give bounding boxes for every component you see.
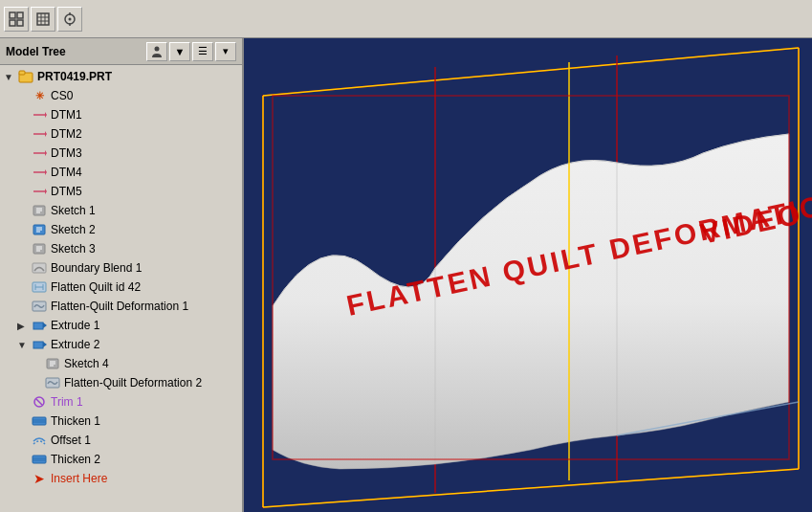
model-tree-header: Model Tree ▼ ☰ ▾ — [0, 38, 242, 65]
svg-point-10 — [69, 17, 72, 20]
svg-rect-2 — [10, 20, 15, 26]
tree-item-extrude2[interactable]: ▼ Extrude 2 — [0, 335, 242, 354]
svg-point-13 — [155, 46, 160, 51]
svg-rect-4 — [37, 13, 49, 25]
tree-item-dtm1[interactable]: DTM1 — [0, 105, 242, 124]
tree-item-dtm4[interactable]: DTM4 — [0, 163, 242, 182]
tree-content: ▼ PRT0419.PRT ✳ CS0 — [0, 65, 242, 512]
svg-rect-0 — [10, 12, 15, 18]
tree-item-sketch4[interactable]: Sketch 4 — [0, 354, 242, 373]
svg-rect-58 — [33, 457, 46, 461]
tree-item-flatten-quilt-def2[interactable]: Flatten-Quilt Deformation 2 — [0, 373, 242, 392]
header-icon-menu[interactable]: ☰ — [192, 42, 213, 61]
svg-rect-15 — [19, 71, 25, 75]
tree-item-insert-here[interactable]: ➤ Insert Here — [0, 469, 242, 488]
header-icon-person[interactable] — [146, 42, 167, 61]
tree-item-boundary-blend1[interactable]: Boundary Blend 1 — [0, 258, 242, 278]
svg-rect-56 — [33, 419, 46, 423]
main-area: Model Tree ▼ ☰ ▾ ▼ — [0, 38, 812, 512]
tree-item-flatten-quilt-def1[interactable]: Flatten-Quilt Deformation 1 — [0, 297, 242, 316]
tree-item-trim1[interactable]: Trim 1 — [0, 392, 242, 412]
svg-marker-17 — [45, 112, 47, 118]
header-icons: ▼ ☰ ▾ — [146, 42, 236, 61]
tree-item-flatten-quilt42[interactable]: Flatten Quilt id 42 — [0, 278, 242, 297]
tree-item-dtm5[interactable]: DTM5 — [0, 182, 242, 201]
svg-marker-23 — [45, 169, 47, 175]
svg-rect-46 — [33, 342, 43, 348]
svg-marker-45 — [43, 323, 47, 328]
tree-item-sketch2[interactable]: Sketch 2 — [0, 220, 242, 239]
toolbar — [0, 0, 812, 38]
tree-item-offset1[interactable]: Offset 1 — [0, 431, 242, 450]
tree-item-dtm3[interactable]: DTM3 — [0, 144, 242, 163]
svg-line-54 — [36, 399, 42, 405]
left-panel: Model Tree ▼ ☰ ▾ ▼ — [0, 38, 244, 512]
tree-item-thicken2[interactable]: Thicken 2 — [0, 450, 242, 469]
svg-marker-21 — [45, 150, 47, 156]
svg-marker-19 — [45, 131, 47, 137]
svg-marker-47 — [43, 342, 47, 347]
svg-marker-25 — [45, 189, 47, 194]
viewport-svg: FLATTEN QUILT DEFORMATION VIDEO — [244, 38, 812, 512]
tree-item-cs0[interactable]: ✳ CS0 — [0, 86, 242, 105]
tree-item-sketch3[interactable]: Sketch 3 — [0, 239, 242, 258]
toolbar-btn-1[interactable] — [4, 7, 29, 32]
viewport[interactable]: FLATTEN QUILT DEFORMATION VIDEO — [244, 38, 812, 512]
tree-item-thicken1[interactable]: Thicken 1 — [0, 412, 242, 431]
toolbar-btn-2[interactable] — [31, 7, 55, 32]
svg-rect-1 — [17, 12, 23, 18]
toolbar-btn-3[interactable] — [57, 7, 82, 32]
header-icon-arrow-down[interactable]: ▾ — [215, 42, 236, 61]
tree-item-sketch1[interactable]: Sketch 1 — [0, 201, 242, 220]
svg-rect-3 — [17, 20, 23, 26]
header-icon-dropdown[interactable]: ▼ — [169, 42, 190, 61]
tree-item-dtm2[interactable]: DTM2 — [0, 124, 242, 144]
model-tree-title: Model Tree — [6, 45, 66, 58]
tree-item-extrude1[interactable]: ▶ Extrude 1 — [0, 316, 242, 335]
svg-rect-44 — [33, 323, 43, 329]
tree-root[interactable]: ▼ PRT0419.PRT — [0, 67, 242, 86]
